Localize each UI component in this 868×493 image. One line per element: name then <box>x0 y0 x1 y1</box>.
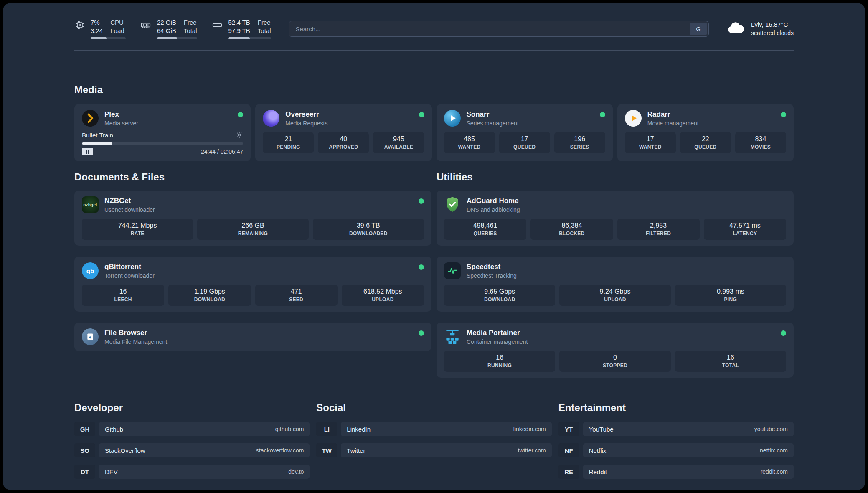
cpu-meter <box>91 37 126 39</box>
app-name: NZBGet <box>104 197 413 205</box>
status-indicator <box>781 112 786 117</box>
app-description: Torrent downloader <box>104 272 413 279</box>
status-indicator <box>419 264 424 270</box>
stat-available: 945AVAILABLE <box>373 132 424 153</box>
stats-row: 16RUNNING 0STOPPED 16TOTAL <box>444 351 786 372</box>
playback-time: 24:44 / 02:06:47 <box>201 148 243 155</box>
header-divider <box>74 50 794 51</box>
stat-approved: 40APPROVED <box>318 132 369 153</box>
app-description: Speedtest Tracking <box>467 272 786 279</box>
app-card-qbittorrent[interactable]: qb qBittorrent Torrent downloader 16LEEC… <box>74 257 431 312</box>
bookmark-linkedin[interactable]: LI LinkedIn linkedin.com <box>316 422 551 436</box>
stat-queued: 17QUEUED <box>499 132 550 153</box>
app-card-radarr[interactable]: Radarr Movie management 17WANTED 22QUEUE… <box>617 104 794 161</box>
bookmark-url: twitter.com <box>518 447 546 454</box>
stat-series: 196SERIES <box>554 132 605 153</box>
stat-total: 16TOTAL <box>675 351 786 372</box>
stat-upload: 9.24 GbpsUPLOAD <box>559 285 670 306</box>
bookmark-youtube[interactable]: YT YouTube youtube.com <box>558 422 794 436</box>
qbittorrent-icon: qb <box>82 262 99 279</box>
app-name: Media Portainer <box>467 329 775 337</box>
bookmark-column-entertainment: Entertainment YT YouTube youtube.com NF … <box>558 402 794 486</box>
now-playing-widget: Bullet Train 24:44 / 02:06:47 <box>82 131 243 155</box>
system-stats: 7% 3.24 CPU Load <box>74 18 271 39</box>
bookmark-url: reddit.com <box>761 468 788 475</box>
bookmark-abbr: NF <box>558 443 579 457</box>
app-card-nzbget[interactable]: nzbget NZBGet Usenet downloader 744.21 M… <box>74 191 431 246</box>
app-description: Container management <box>467 338 775 345</box>
pause-button[interactable] <box>82 148 93 155</box>
bookmark-abbr: RE <box>558 465 579 479</box>
bookmark-url: github.com <box>275 426 304 432</box>
dashboard: 7% 3.24 CPU Load <box>3 3 865 490</box>
cpu-chip-icon <box>74 20 85 32</box>
stat-upload: 618.52 MbpsUPLOAD <box>342 285 424 306</box>
bookmarks-grid: Developer GH Github github.com SO StackO… <box>74 402 794 486</box>
app-card-overseerr[interactable]: Overseerr Media Requests 21PENDING 40APP… <box>255 104 431 161</box>
stats-row: 498,461QUERIES 86,384BLOCKED 2,953FILTER… <box>444 219 786 240</box>
bookmark-abbr: LI <box>316 422 337 436</box>
cpu-load-label: Load <box>110 27 124 35</box>
bookmark-name: DEV <box>105 468 118 475</box>
bookmark-netflix[interactable]: NF Netflix netflix.com <box>558 443 794 457</box>
bookmark-column-social: Social LI LinkedIn linkedin.com TW Twitt… <box>316 402 551 465</box>
bookmark-reddit[interactable]: RE Reddit reddit.com <box>558 465 794 479</box>
stat-blocked: 86,384BLOCKED <box>530 219 613 240</box>
stat-queued: 22QUEUED <box>680 132 731 153</box>
playback-progress-bar[interactable] <box>82 142 243 145</box>
app-card-adguard[interactable]: AdGuard Home DNS and adblocking 498,461Q… <box>437 191 794 246</box>
ram-readout: 22 GiB 64 GiB Free Total <box>157 18 197 39</box>
hard-drive-icon <box>211 20 223 32</box>
search-input[interactable] <box>289 21 689 36</box>
app-card-filebrowser[interactable]: File Browser Media File Management <box>74 323 431 351</box>
stat-wanted: 17WANTED <box>625 132 676 153</box>
status-indicator <box>600 112 605 117</box>
bookmark-column-developer: Developer GH Github github.com SO StackO… <box>74 402 310 486</box>
section-documents: Documents & Files nzbget NZBGet Usenet d… <box>74 171 431 378</box>
portainer-crane-icon <box>444 328 461 345</box>
app-card-plex[interactable]: Plex Media server Bullet Train <box>74 104 251 161</box>
stats-row: 17WANTED 22QUEUED 834MOVIES <box>625 132 786 153</box>
sonarr-icon <box>444 110 461 127</box>
stat-leech: 16LEECH <box>82 285 164 306</box>
settings-gear-icon[interactable] <box>236 131 243 139</box>
disk-free-value: 52.4 TB <box>228 18 250 27</box>
bookmark-name: YouTube <box>589 426 614 433</box>
app-description: Media Requests <box>285 120 413 127</box>
stat-stopped: 0STOPPED <box>559 351 670 372</box>
bookmark-stackoverflow[interactable]: SO StackOverflow stackoverflow.com <box>74 443 310 457</box>
app-card-portainer[interactable]: Media Portainer Container management 16R… <box>437 323 794 378</box>
ram-meter <box>157 37 197 39</box>
disk-widget: 52.4 TB 97.9 TB Free Total <box>211 18 271 39</box>
bookmark-name: Github <box>105 426 123 433</box>
bookmark-url: netflix.com <box>760 447 788 454</box>
search-engine-button[interactable]: G <box>690 23 707 35</box>
bookmark-twitter[interactable]: TW Twitter twitter.com <box>316 443 551 457</box>
stat-running: 16RUNNING <box>444 351 555 372</box>
disk-free-label: Free <box>258 18 271 27</box>
app-description: DNS and adblocking <box>467 206 786 213</box>
app-name: Sonarr <box>467 110 594 119</box>
status-indicator <box>781 330 786 336</box>
bookmark-name: LinkedIn <box>347 426 371 433</box>
status-indicator <box>419 112 424 117</box>
plex-header: Plex Media server <box>82 110 243 127</box>
app-card-speedtest[interactable]: Speedtest Speedtest Tracking 9.65 GbpsDO… <box>437 257 794 312</box>
stat-remaining: 266 GBREMAINING <box>197 219 308 240</box>
overseerr-icon <box>263 110 279 127</box>
section-title-social: Social <box>316 402 551 414</box>
status-indicator <box>419 330 424 336</box>
cpu-readout: 7% 3.24 CPU Load <box>91 18 126 39</box>
app-name: Overseerr <box>285 110 413 119</box>
bookmark-dev[interactable]: DT DEV dev.to <box>74 465 310 479</box>
app-description: Series management <box>467 120 594 127</box>
bookmark-abbr: SO <box>74 443 95 457</box>
disk-meter <box>228 37 271 39</box>
app-card-sonarr[interactable]: Sonarr Series management 485WANTED 17QUE… <box>437 104 613 161</box>
search-bar: G <box>289 21 709 37</box>
section-title-developer: Developer <box>74 402 310 414</box>
disk-total-value: 97.9 TB <box>228 27 250 35</box>
stat-filtered: 2,953FILTERED <box>617 219 700 240</box>
cloud-icon <box>726 21 746 36</box>
bookmark-github[interactable]: GH Github github.com <box>74 422 310 436</box>
